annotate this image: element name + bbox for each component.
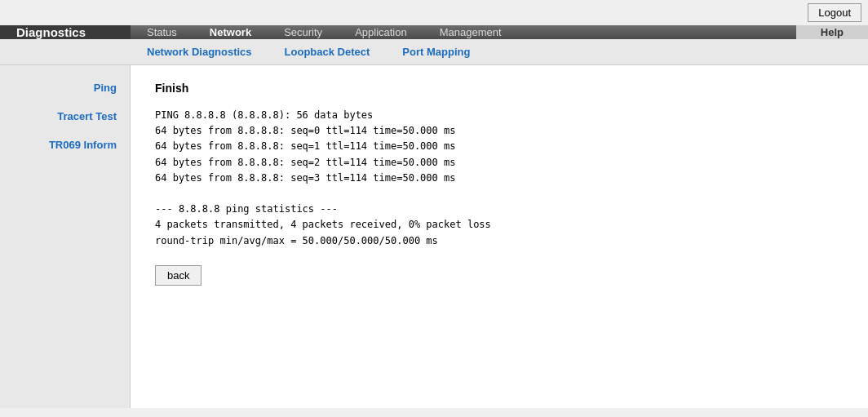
sidebar-item-ping[interactable]: Ping xyxy=(0,73,130,102)
nav-item-application[interactable]: Application xyxy=(339,25,423,39)
sidebar: Ping Tracert Test TR069 Inform xyxy=(0,65,131,408)
nav-item-security[interactable]: Security xyxy=(268,25,339,39)
nav-item-status[interactable]: Status xyxy=(131,25,193,39)
subnav-item-network-diagnostics[interactable]: Network Diagnostics xyxy=(131,39,268,64)
top-bar: Logout xyxy=(0,0,868,25)
nav-item-network[interactable]: Network xyxy=(193,25,268,39)
sub-nav: Network Diagnostics Loopback Detect Port… xyxy=(0,39,868,65)
subnav-item-loopback-detect[interactable]: Loopback Detect xyxy=(268,39,387,64)
sidebar-item-tracert-test[interactable]: Tracert Test xyxy=(0,102,130,131)
finish-title: Finish xyxy=(155,82,844,95)
sidebar-item-tr069-inform[interactable]: TR069 Inform xyxy=(0,131,130,159)
main-nav: Diagnostics Status Network Security Appl… xyxy=(0,25,868,39)
nav-item-management[interactable]: Management xyxy=(423,25,518,39)
subnav-item-port-mapping[interactable]: Port Mapping xyxy=(386,39,486,64)
logout-button[interactable]: Logout xyxy=(808,3,861,22)
content-area: Ping Tracert Test TR069 Inform Finish PI… xyxy=(0,65,868,408)
back-button[interactable]: back xyxy=(155,265,202,286)
ping-output: PING 8.8.8.8 (8.8.8.8): 56 data bytes 64… xyxy=(155,108,844,249)
main-content: Finish PING 8.8.8.8 (8.8.8.8): 56 data b… xyxy=(131,65,868,408)
help-button[interactable]: Help xyxy=(796,25,868,39)
nav-title: Diagnostics xyxy=(0,25,131,39)
